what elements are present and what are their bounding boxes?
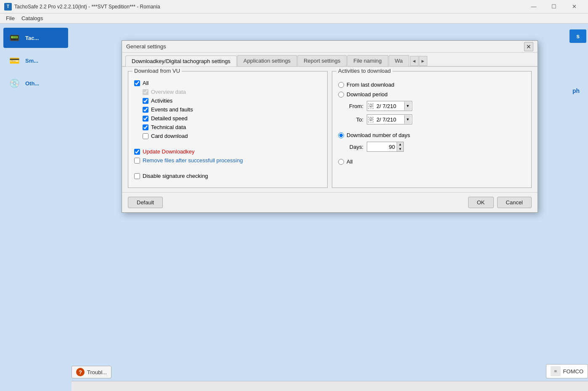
dialog-close-button[interactable]: ✕ [524,42,533,51]
smart-icon: 💳 [7,53,22,68]
tab-prev-button[interactable]: ◄ [410,56,418,66]
to-date-checkbox[interactable]: ☑ [368,117,373,122]
checkbox-speed[interactable] [143,116,148,122]
sidebar-item-tacho[interactable]: 📟 Tac... [3,28,68,48]
menu-file[interactable]: File [3,14,18,22]
dialog-footer: Default OK Cancel [122,192,538,212]
main-area: 📟 Tac... 💳 Sm... 💿 Oth... s ph ? Troubl.… [0,24,588,391]
checkbox-technical-label: Technical data [151,124,186,130]
checkbox-overview [143,89,148,95]
checkbox-update-row: Update Downloadkey [134,148,321,155]
default-button[interactable]: Default [128,197,163,208]
activities-title: Activities to download [336,68,392,74]
checkbox-card-label: Card download [151,133,188,139]
checkbox-remove-row: Remove files after successfull processin… [134,157,321,164]
tab-report[interactable]: Report settings [297,55,347,66]
radio-days-label: Download number of days [347,132,410,138]
minimize-button[interactable]: — [524,0,543,13]
dialog-overlay: General settings ✕ Downloadkey/Digital t… [72,24,588,391]
checkbox-remove-label: Remove files after successfull processin… [143,157,243,164]
from-date-dropdown-btn[interactable]: ▼ [404,102,411,110]
to-date-input-wrapper: ☑ 2/ 7/210 ▼ [367,114,412,124]
checkbox-activities-label: Activities [151,98,172,104]
days-row: Days: 90 ▲ ▼ [347,142,525,152]
checkbox-overview-row: Overview data [143,89,321,95]
cancel-button[interactable]: Cancel [497,197,532,208]
checkbox-technical-row: Technical data [143,124,321,130]
days-spinner-input[interactable]: 90 [367,142,397,151]
checkbox-speed-row: Detailed speed [143,115,321,122]
tab-wa[interactable]: Wa [389,55,409,66]
radio-download-days[interactable] [338,132,344,138]
download-from-vu-group: Download from VU All Overview data [128,71,328,188]
dialog-title-bar: General settings ✕ [122,41,538,53]
dialog-title: General settings [126,43,524,50]
checkbox-events[interactable] [143,107,148,113]
checkbox-card-row: Card download [143,133,321,139]
title-bar: T TachoSafe 2.2 Pro v2.2.2.10(Int) - ***… [0,0,588,13]
radio-all[interactable] [338,159,344,165]
two-column-layout: Download from VU All Overview data [128,71,532,188]
radio-all-row: All [338,159,525,165]
days-spinner-down[interactable]: ▼ [397,147,403,151]
days-spinner-up[interactable]: ▲ [397,142,403,147]
maximize-button[interactable]: ☐ [544,0,564,13]
tab-file-naming[interactable]: File naming [347,55,388,66]
from-date-row: From: ☑ 2/ 7/210 ▼ [347,101,525,111]
days-spinner-wrapper: 90 ▲ ▼ [367,142,404,152]
radio-all-label: All [347,159,352,165]
app-icon: T [4,3,12,11]
checkbox-disable-signature[interactable] [134,173,140,179]
checkbox-update-downloadkey[interactable] [134,149,140,155]
download-vu-title: Download from VU [132,68,182,74]
window-controls: — ☐ ✕ [524,0,584,13]
radio-period-row: Download period [338,91,525,98]
from-date-input-wrapper: ☑ 2/ 7/210 ▼ [367,101,412,111]
window-title: TachoSafe 2.2 Pro v2.2.2.10(Int) - ***SV… [14,4,524,10]
radio-from-last-label: From last download [347,82,394,88]
sidebar-smart-label: Sm... [25,58,38,64]
checkbox-card[interactable] [143,133,148,139]
sidebar: 📟 Tac... 💳 Sm... 💿 Oth... [0,24,72,391]
sidebar-item-other[interactable]: 💿 Oth... [3,73,68,93]
from-date-checkbox[interactable]: ☑ [368,103,373,109]
tab-bar: Downloadkey/Digital tachograph settings … [122,53,538,67]
tab-application[interactable]: Application settings [237,55,297,66]
radio-from-last-row: From last download [338,82,525,88]
days-label: Days: [347,144,363,150]
menu-catalogs[interactable]: Catalogs [18,14,46,22]
days-spinner-buttons: ▲ ▼ [397,142,403,151]
general-settings-dialog: General settings ✕ Downloadkey/Digital t… [122,40,538,213]
sidebar-item-smart[interactable]: 💳 Sm... [3,50,68,71]
tab-next-button[interactable]: ► [419,56,427,66]
activities-radios: From last download Download period From: [338,82,525,165]
radio-period-label: Download period [347,91,388,98]
tab-downloadkey[interactable]: Downloadkey/Digital tachograph settings [125,55,237,66]
checkbox-all[interactable] [134,80,140,86]
other-icon: 💿 [7,76,22,91]
tacho-icon: 📟 [7,30,22,45]
sidebar-other-label: Oth... [25,80,39,87]
to-date-dropdown-btn[interactable]: ▼ [404,115,411,124]
ok-button[interactable]: OK [468,197,494,208]
to-date-value: 2/ 7/210 [375,116,404,123]
checkbox-signature-row: Disable signature checking [134,173,321,179]
to-label: To: [347,116,363,123]
to-date-row: To: ☑ 2/ 7/210 ▼ [347,114,525,124]
radio-from-last[interactable] [338,82,344,88]
checkbox-remove-files[interactable] [134,158,140,164]
checkbox-overview-label: Overview data [151,89,186,95]
radio-download-period[interactable] [338,92,344,98]
checkbox-activities[interactable] [143,98,148,104]
status-bar [72,381,588,391]
window-close-button[interactable]: ✕ [564,0,584,13]
radio-days-row: Download number of days [338,132,525,138]
checkbox-events-row: Events and faults [143,106,321,113]
activities-to-download-group: Activities to download From last downloa… [332,71,532,188]
checkbox-technical[interactable] [143,124,148,130]
checkbox-signature-label: Disable signature checking [143,173,208,179]
checkbox-all-row: All [134,80,321,86]
sidebar-tacho-label: Tac... [25,35,39,41]
from-date-value: 2/ 7/210 [375,103,404,110]
from-label: From: [347,103,363,109]
